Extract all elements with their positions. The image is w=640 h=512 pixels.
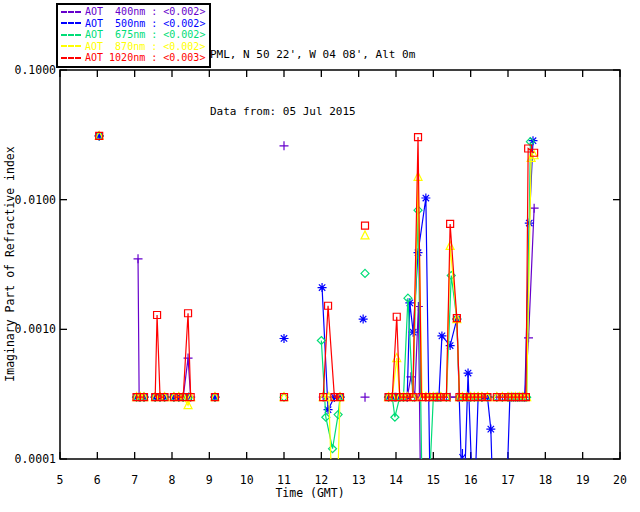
aot-refractive-index-chart: 5678910111213141516171819200.10000.01000… (0, 0, 640, 512)
series-aot-400nm (95, 131, 539, 502)
legend-entry-aot-: AOT 500nm : <0.002> (61, 18, 205, 30)
series-markers-aot-400nm (492, 204, 538, 402)
station-info: PML, N 50 22', W 04 08', Alt 0m (210, 45, 415, 64)
x-tick-label: 7 (131, 473, 138, 487)
x-tick-label: 12 (314, 473, 328, 487)
series-aot-500nm (95, 131, 538, 512)
x-axis-label: Time (GMT) (275, 486, 344, 500)
legend-entry-aot-: AOT 400nm : <0.002> (61, 6, 205, 18)
y-tick-label: 0.0100 (14, 193, 56, 207)
series-markers-aot-400nm (134, 254, 149, 401)
series-line-aot-1020nm (155, 315, 164, 397)
legend-label: AOT 870nm : <0.002> (85, 41, 205, 52)
x-tick-label: 8 (169, 473, 176, 487)
legend-entry-aot-1020nm: AOT 1020nm : <0.003> (61, 52, 205, 64)
legend-line-sample (61, 34, 81, 36)
series-markers-aot-500nm (502, 136, 538, 512)
series-line-aot-400nm (138, 259, 144, 397)
series-markers-aot-500nm (280, 334, 289, 343)
series-markers-aot-675nm (361, 269, 369, 277)
series-markers-aot-1020nm (362, 222, 369, 229)
series-markers-aot-1020nm (385, 134, 491, 401)
y-tick-label: 0.1000 (14, 63, 56, 77)
legend-label: AOT 500nm : <0.002> (85, 18, 205, 29)
x-tick-label: 13 (352, 473, 366, 487)
series-markers-aot-870nm (361, 231, 369, 239)
x-tick-label: 9 (206, 473, 213, 487)
legend-label: AOT 1020nm : <0.003> (85, 52, 205, 63)
series-markers-aot-675nm (385, 206, 492, 502)
series-line-aot-400nm (174, 358, 191, 397)
series-line-aot-1020nm (323, 306, 340, 397)
data-date: Data from: 05 Jul 2015 (210, 102, 415, 121)
x-tick-label: 11 (277, 473, 291, 487)
y-tick-label: 0.0001 (14, 452, 56, 466)
x-tick-label: 6 (94, 473, 101, 487)
y-axis-label: Imaginary Part of Refractive index (3, 146, 17, 381)
x-tick-label: 18 (538, 473, 552, 487)
series-markers-aot-500nm (359, 315, 368, 324)
series-markers-aot-500nm (384, 194, 435, 512)
x-tick-label: 5 (57, 473, 64, 487)
series-line-aot-870nm (389, 177, 488, 397)
legend-label: AOT 675nm : <0.002> (85, 29, 205, 40)
series-markers-aot-870nm (385, 172, 492, 400)
series-aot-1020nm (96, 132, 538, 400)
series-aot-870nm (95, 131, 538, 512)
series-line-aot-675nm (389, 210, 488, 498)
legend-line-sample (61, 11, 81, 13)
legend-label: AOT 400nm : <0.002> (85, 6, 205, 17)
x-tick-label: 20 (613, 473, 627, 487)
legend-entry-aot-: AOT 870nm : <0.002> (61, 41, 205, 53)
legend-line-sample (61, 22, 81, 24)
x-tick-label: 16 (464, 473, 478, 487)
legend-line-sample (61, 45, 81, 47)
legend-entry-aot-: AOT 675nm : <0.002> (61, 29, 205, 41)
series-layer (95, 131, 539, 512)
y-tick-label: 0.0010 (14, 322, 56, 336)
x-tick-label: 10 (240, 473, 254, 487)
legend-box: AOT 400nm : <0.002>AOT 500nm : <0.002>AO… (56, 3, 211, 68)
x-tick-label: 19 (576, 473, 590, 487)
x-tick-label: 17 (501, 473, 515, 487)
series-line-aot-1020nm (389, 137, 488, 397)
x-tick-label: 14 (389, 473, 403, 487)
series-line-aot-870nm (497, 155, 534, 397)
station-header: PML, N 50 22', W 04 08', Alt 0m Data fro… (210, 7, 415, 159)
series-markers-aot-400nm (361, 393, 370, 402)
x-tick-label: 15 (426, 473, 440, 487)
legend-line-sample (61, 57, 81, 59)
